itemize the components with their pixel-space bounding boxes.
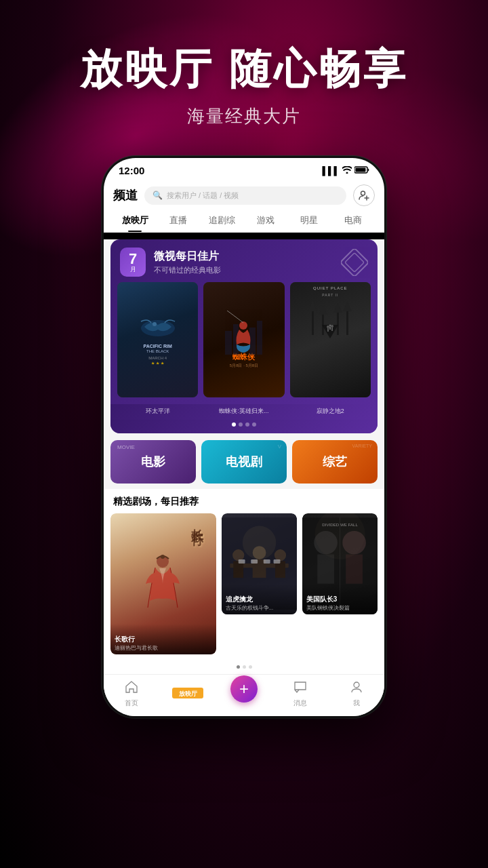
movie-labels-row: 环太平洋 蜘蛛侠:英雄归来... 寂静之地2 (110, 404, 378, 420)
hero-subtitle: 海量经典大片 (0, 104, 488, 128)
status-bar: 12:00 ▌▌▌ (104, 158, 384, 179)
tab-fanying[interactable]: 放映厅 (113, 212, 157, 232)
tab-live[interactable]: 直播 (157, 212, 200, 232)
svg-rect-14 (312, 308, 314, 335)
cat-label-variety: 综艺 (323, 454, 347, 470)
character-silhouette (144, 553, 182, 614)
nav-home-label: 首页 (125, 698, 138, 708)
drama-dot-1 (237, 665, 240, 669)
svg-marker-15 (308, 301, 317, 311)
drama-desc-3: 美队钢铁侠决裂篇 (306, 604, 373, 612)
drama-dot-2 (243, 665, 246, 669)
drama-name-3: 美国队长3 (306, 595, 373, 604)
drama-cover-2: 追虎擒龙 古天乐的权钱斗争... (222, 513, 297, 614)
add-user-button[interactable] (353, 184, 375, 206)
plus-button[interactable]: + (230, 675, 258, 703)
svg-point-52 (354, 682, 359, 688)
svg-point-38 (243, 526, 276, 559)
header-logo: 频道 (113, 187, 138, 203)
drama-cover-3: DIVIDED WE FALL 美国队长3 美队钢铁侠决裂篇 (302, 513, 378, 614)
drama-item-2[interactable]: 追虎擒龙 古天乐的权钱斗争... (222, 513, 297, 654)
drama-item-1[interactable]: 长歌行 (110, 513, 216, 654)
tab-games[interactable]: 游戏 (244, 212, 287, 232)
svg-rect-41 (263, 559, 270, 564)
category-movie[interactable]: MOVIE 电影 (110, 440, 196, 484)
svg-marker-17 (319, 304, 327, 315)
featured-card[interactable]: 7 月 微视每日佳片 不可错过的经典电影 (110, 239, 378, 433)
tab-stars[interactable]: 明星 (287, 212, 331, 232)
home-icon (125, 680, 138, 697)
drama-overlay-1: 长歌行 迪丽热巴与君长歌 (110, 624, 216, 654)
tab-drama[interactable]: 追剧综 (201, 212, 244, 232)
section-header: 精选剧场，每日推荐 (104, 489, 384, 513)
category-grid: MOVIE 电影 V 电视剧 VARIETY 综艺 (110, 440, 378, 484)
svg-rect-18 (337, 309, 339, 335)
svg-point-36 (274, 550, 285, 561)
dot-2 (239, 422, 243, 427)
drama-row: 长歌行 (104, 513, 384, 663)
drama-cover-1: 长歌行 (110, 513, 216, 654)
nav-profile[interactable]: 我 (336, 680, 377, 708)
drama-carousel-dots (104, 663, 384, 674)
nav-messages[interactable]: 消息 (280, 680, 321, 708)
svg-point-24 (331, 325, 333, 328)
tab-ecom[interactable]: 电商 (331, 212, 375, 232)
svg-marker-19 (333, 302, 342, 313)
svg-rect-40 (251, 559, 258, 564)
svg-point-8 (152, 322, 157, 326)
featured-title: 微视每日佳片 (154, 250, 221, 264)
battery-icon (354, 166, 369, 176)
profile-icon (350, 680, 363, 697)
status-time: 12:00 (119, 165, 144, 176)
cat-overlay-1: MOVIE (117, 444, 135, 450)
category-variety[interactable]: VARIETY 综艺 (292, 440, 378, 484)
nav-home[interactable]: 首页 (111, 680, 152, 708)
svg-rect-47 (346, 555, 363, 584)
phone-frame: 12:00 ▌▌▌ 频道 🔍 搜索用户 / 话题 / 视频 (102, 156, 386, 718)
quiet-place-silhouette (308, 301, 352, 338)
bottom-nav: 首页 放映厅 + (104, 674, 384, 716)
search-placeholder: 搜索用户 / 话题 / 视频 (167, 191, 239, 201)
nav-tabs: 放映厅 直播 追剧综 游戏 明星 电商 (104, 206, 384, 233)
cat-label-tv: 电视剧 (226, 454, 262, 470)
movie-label-1: 环太平洋 (117, 407, 198, 416)
drama-name-1: 长歌行 (115, 635, 212, 644)
nav-profile-label: 我 (353, 698, 360, 708)
movie-cover-1: PACIFIC RIM THE BLACK MARCH 4 (117, 282, 198, 397)
movie-label-3: 寂静之地2 (290, 407, 371, 416)
featured-header: 7 月 微视每日佳片 不可错过的经典电影 (110, 239, 378, 282)
dragon-silhouette (138, 315, 178, 342)
main-content: 7 月 微视每日佳片 不可错过的经典电影 (104, 239, 384, 716)
svg-point-22 (327, 326, 329, 328)
date-badge: 7 月 (120, 248, 146, 277)
spiderman-silhouette (225, 311, 262, 355)
fanying-icon: 放映厅 (172, 686, 203, 702)
svg-point-32 (232, 550, 244, 561)
person-add-icon (359, 190, 369, 201)
movie-spiderman[interactable]: 蜘蛛侠 5月8日 · 5月8日 (203, 282, 284, 397)
drama-dot-3 (249, 665, 252, 669)
drama-item-3[interactable]: DIVIDED WE FALL 美国队长3 美队钢铁侠决裂篇 (302, 513, 378, 654)
drama-overlay-2: 追虎擒龙 古天乐的权钱斗争... (222, 584, 297, 614)
signal-icon: ▌▌▌ (322, 166, 340, 176)
carousel-dots (110, 420, 378, 433)
date-unit: 月 (125, 265, 140, 274)
movies-row: PACIFIC RIM THE BLACK MARCH 4 (110, 282, 378, 404)
category-tv[interactable]: V 电视剧 (201, 440, 287, 484)
dot-3 (245, 422, 249, 427)
svg-point-2 (361, 191, 365, 195)
nav-fanying[interactable]: 放映厅 (167, 686, 208, 702)
movie-pacific-rim[interactable]: PACIFIC RIM THE BLACK MARCH 4 (117, 282, 198, 397)
featured-info: 微视每日佳片 不可错过的经典电影 (154, 250, 221, 275)
featured-subtitle: 不可错过的经典电影 (154, 265, 221, 275)
movie-quiet-place[interactable]: QUIET PLACE PART II (290, 282, 371, 397)
nav-plus[interactable]: + (224, 685, 264, 703)
phone-mockup: 12:00 ▌▌▌ 频道 🔍 搜索用户 / 话题 / 视频 (102, 156, 386, 718)
movie-cover-2: 蜘蛛侠 5月8日 · 5月8日 (203, 282, 284, 397)
search-bar[interactable]: 🔍 搜索用户 / 话题 / 视频 (144, 186, 346, 205)
plus-icon: + (239, 681, 249, 697)
svg-rect-42 (273, 559, 280, 564)
nav-messages-label: 消息 (293, 698, 307, 708)
dot-4 (252, 422, 256, 427)
hero-title: 放映厅 随心畅享 (0, 41, 488, 98)
